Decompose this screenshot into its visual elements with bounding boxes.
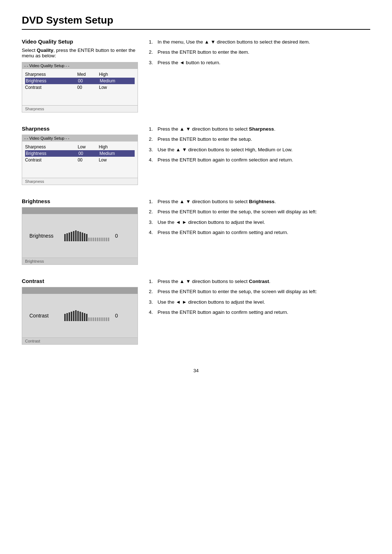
slider-tick-solid: [75, 230, 77, 241]
slider-tick-dot: [108, 317, 109, 321]
slider-tick-dot: [103, 238, 105, 241]
brightness-instructions: 1. Press the ▲ ▼ direction buttons to se…: [149, 198, 370, 236]
brightness-right: 1. Press the ▲ ▼ direction buttons to se…: [149, 198, 370, 266]
table-cell: Med: [77, 71, 99, 78]
video-quality-section: Video Quality Setup Select Quality, pres…: [22, 38, 370, 114]
slider-tick-dot: [103, 317, 105, 321]
brightness-left: Brightness Brightness 0 Brightness: [22, 198, 138, 266]
instruction-item: 3. Use the ▲ ▼ direction buttons to sele…: [149, 146, 370, 153]
slider-tick-solid: [71, 312, 72, 321]
slider-tick-dot: [88, 317, 90, 321]
brightness-slider-header: [22, 208, 138, 214]
table-cell: High: [99, 71, 135, 78]
slider-tick-solid: [64, 314, 66, 321]
contrast-slider-label: Contrast: [29, 313, 58, 319]
brightness-slider-value: 0: [115, 233, 118, 239]
slider-tick-solid: [71, 232, 72, 241]
brightness-slider-bar: [64, 230, 109, 241]
instruction-item: 1. Press the ▲ ▼ direction buttons to se…: [149, 126, 370, 133]
contrast-slider-bar: [64, 310, 109, 321]
instruction-item: 4. Press the ENTER button again to confi…: [149, 309, 370, 316]
video-quality-box-footer: Sharpness: [22, 105, 138, 112]
table-cell: Medium: [99, 78, 135, 84]
instruction-item: 1. In the menu, Use the ▲ ▼ direction bu…: [149, 38, 370, 46]
video-quality-heading: Video Quality Setup: [22, 38, 138, 45]
contrast-slider-footer: Contrast: [22, 337, 138, 344]
table-cell: Low: [99, 84, 135, 91]
video-quality-instructions: 1. In the menu, Use the ▲ ▼ direction bu…: [149, 38, 370, 66]
instruction-item: 1. Press the ▲ ▼ direction buttons to se…: [149, 278, 370, 285]
slider-tick-dot: [108, 238, 109, 241]
instruction-item: 2. Press the ENTER button to enter the i…: [149, 49, 370, 56]
brightness-heading: Brightness: [22, 198, 138, 204]
table-cell: 00: [78, 150, 99, 157]
table-cell: Contrast: [25, 84, 77, 91]
slider-tick-solid: [77, 311, 79, 321]
brightness-slider-body: Brightness 0: [22, 214, 138, 258]
brightness-slider-footer: Brightness: [22, 258, 138, 264]
sharpness-instructions: 1. Press the ▲ ▼ direction buttons to se…: [149, 126, 370, 164]
table-row: Contrast 00 Low: [25, 84, 135, 91]
table-cell: Medium: [99, 150, 135, 157]
video-quality-right: 1. In the menu, Use the ▲ ▼ direction bu…: [149, 38, 370, 114]
slider-tick-solid: [69, 233, 70, 241]
table-row-highlighted: Brightness 00 Medium: [25, 78, 135, 84]
table-cell: 00: [77, 84, 99, 91]
slider-tick-dot: [95, 317, 96, 321]
video-quality-bold: Quality: [37, 48, 53, 53]
table-cell: Contrast: [25, 157, 78, 163]
table-cell: Low: [99, 157, 135, 163]
contrast-left: Contrast Contrast 0 Contrast: [22, 278, 138, 346]
slider-tick-dot: [99, 317, 101, 321]
sharpness-box-body: Sharpness Low High Brightness 00 Medium …: [22, 141, 138, 178]
table-row-highlighted: Brightness 00 Medium: [25, 150, 135, 157]
table-cell: Sharpness: [25, 144, 78, 150]
slider-tick-dot: [95, 238, 96, 241]
table-cell: Sharpness: [25, 71, 77, 78]
table-cell: Low: [78, 144, 99, 150]
slider-tick-dot: [90, 317, 92, 321]
video-quality-intro: Select Quality, press the ENTER button t…: [22, 48, 138, 58]
brightness-slider-box: Brightness 0 Brightness: [22, 207, 138, 265]
contrast-slider-value: 0: [115, 313, 118, 319]
video-quality-ui-box: - - Video Quality Setup - - Sharpness Me…: [22, 62, 138, 112]
table-row: Sharpness Low High: [25, 144, 135, 150]
sharpness-heading: Sharpness: [22, 126, 138, 132]
contrast-slider-box: Contrast 0 Contrast: [22, 287, 138, 345]
slider-tick-solid: [66, 233, 68, 241]
slider-tick-solid: [86, 314, 87, 321]
brightness-bold: Brightness: [249, 199, 275, 204]
slider-tick-dot: [88, 238, 90, 241]
instruction-item: 4. Press the ENTER button again to confi…: [149, 156, 370, 164]
instruction-item: 3. Use the ◄ ► direction buttons to adju…: [149, 219, 370, 226]
table-cell: Brightness: [25, 150, 78, 157]
contrast-bold: Contrast: [249, 279, 269, 284]
slider-tick-dot: [97, 238, 98, 241]
sharpness-ui-box: - - Video Quality Setup - - Sharpness Lo…: [22, 135, 138, 185]
table-cell: Brightness: [25, 78, 77, 84]
slider-tick-dot: [106, 317, 107, 321]
slider-tick-dot: [97, 317, 98, 321]
sharpness-section: Sharpness - - Video Quality Setup - - Sh…: [22, 126, 370, 186]
instruction-item: 2. Press the ENTER button to enter the s…: [149, 136, 370, 143]
slider-tick-dot: [90, 238, 92, 241]
table-row: Sharpness Med High: [25, 71, 135, 78]
sharpness-bold: Sharpness: [249, 126, 274, 132]
slider-tick-dot: [101, 317, 103, 321]
slider-tick-solid: [75, 310, 77, 321]
table-cell: 00: [78, 157, 99, 163]
slider-tick-solid: [79, 232, 81, 241]
slider-tick-solid: [77, 231, 79, 241]
video-quality-table: Sharpness Med High Brightness 00 Medium …: [25, 71, 135, 91]
instruction-item: 2. Press the ENTER button to enter the s…: [149, 288, 370, 295]
instruction-item: 1. Press the ▲ ▼ direction buttons to se…: [149, 198, 370, 205]
sharpness-box-footer: Sharpness: [22, 178, 138, 185]
instruction-item: 3. Use the ◄ ► direction buttons to adju…: [149, 299, 370, 306]
contrast-right: 1. Press the ▲ ▼ direction buttons to se…: [149, 278, 370, 346]
page-number: 34: [22, 368, 370, 373]
contrast-slider-header: [22, 287, 138, 294]
slider-tick-dot: [101, 238, 103, 241]
table-row: Contrast 00 Low: [25, 157, 135, 163]
slider-tick-solid: [86, 234, 87, 241]
sharpness-table: Sharpness Low High Brightness 00 Medium …: [25, 144, 135, 163]
